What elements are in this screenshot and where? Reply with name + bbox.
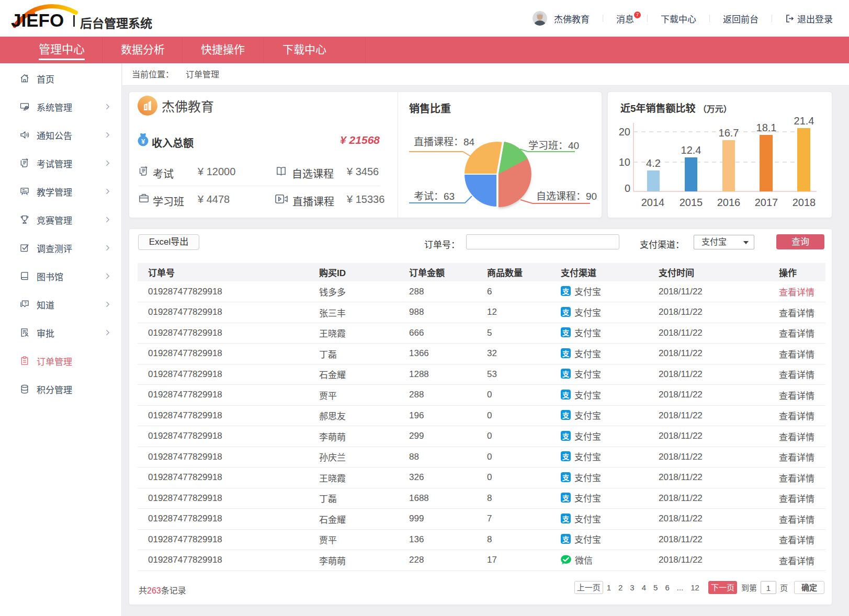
svg-text:2016: 2016	[717, 197, 741, 208]
svg-text:0: 0	[625, 182, 630, 194]
svg-text:支: 支	[562, 370, 570, 378]
svg-text:2014: 2014	[641, 197, 665, 208]
svg-text:支: 支	[562, 453, 570, 461]
svg-text:¥: ¥	[141, 138, 145, 145]
svg-text:2017: 2017	[755, 197, 778, 208]
svg-text:支: 支	[562, 349, 570, 357]
svg-text:JIEFO: JIEFO	[11, 10, 64, 30]
svg-text:10: 10	[619, 156, 630, 168]
svg-text:支: 支	[562, 432, 570, 440]
svg-text:20: 20	[619, 126, 630, 138]
svg-text:16.7: 16.7	[719, 127, 739, 139]
svg-text:18.1: 18.1	[756, 122, 777, 133]
svg-text:21.4: 21.4	[794, 115, 814, 127]
svg-text:2018: 2018	[793, 197, 816, 208]
svg-text:2015: 2015	[680, 197, 703, 208]
svg-text:支: 支	[562, 515, 570, 522]
svg-text:?: ?	[24, 301, 27, 305]
svg-text:支: 支	[562, 494, 570, 502]
svg-text:支: 支	[562, 288, 570, 295]
svg-text:12.4: 12.4	[681, 144, 701, 156]
svg-text:4.2: 4.2	[646, 157, 661, 169]
svg-text:支: 支	[562, 329, 570, 337]
svg-text:支: 支	[562, 473, 570, 481]
svg-text:支: 支	[562, 535, 570, 543]
svg-text:支: 支	[562, 308, 570, 316]
svg-text:支: 支	[562, 391, 570, 398]
svg-text:支: 支	[562, 412, 570, 419]
